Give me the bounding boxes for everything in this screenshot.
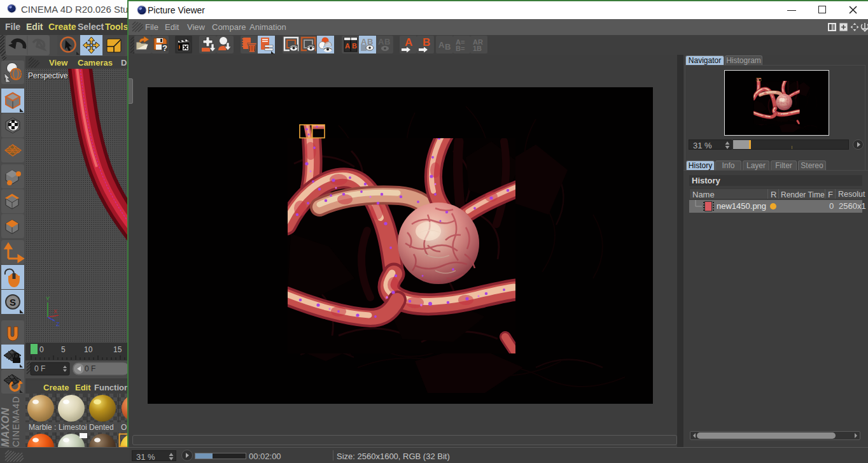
svg-text:A: A [438,40,445,50]
svg-text:X: X [53,308,57,315]
svg-text:B: B [384,37,390,46]
svg-text:Marble :: Marble : [29,423,56,432]
svg-text:B: B [445,42,451,52]
svg-text:0: 0 [39,345,44,354]
svg-text:A: A [378,37,384,46]
svg-text:S: S [10,297,16,308]
svg-text:1B: 1B [473,45,482,52]
svg-text:O: O [121,423,127,432]
svg-text:B: B [352,42,357,50]
svg-text:A: A [345,42,350,50]
svg-text:5: 5 [61,345,66,354]
svg-text:B=: B= [456,45,465,52]
svg-text:0 F: 0 F [34,364,45,373]
svg-text:Z: Z [56,321,60,327]
svg-text:15: 15 [113,345,122,354]
svg-text:0 F: 0 F [85,364,95,373]
svg-text:B: B [423,36,430,48]
svg-text:10: 10 [84,345,93,354]
svg-text:Dented: Dented [89,423,114,432]
svg-text:Limestoi: Limestoi [59,423,87,432]
svg-text:A: A [405,36,412,48]
svg-text:Y: Y [46,296,50,302]
svg-text:?: ? [162,43,167,53]
